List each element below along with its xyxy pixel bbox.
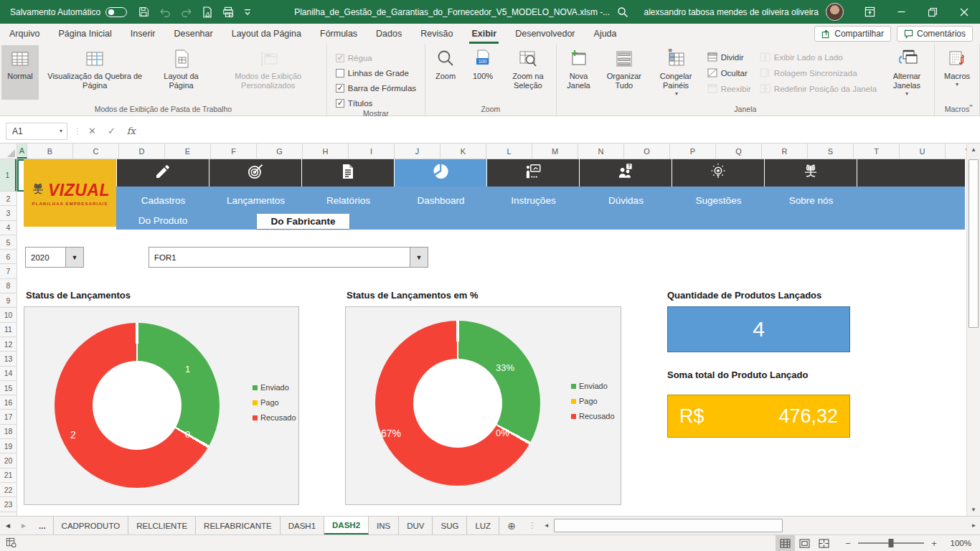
page-break-preview-button[interactable]: Visualização da Quebra de Página [39, 45, 151, 100]
cancel-entry-icon[interactable]: ✕ [88, 126, 96, 136]
row-header[interactable]: 1 [0, 159, 17, 192]
row-header[interactable]: 20 [0, 453, 17, 468]
row-header[interactable]: 21 [0, 468, 17, 483]
column-header[interactable]: I [349, 143, 395, 159]
ribbon-tab[interactable]: Inserir [121, 24, 165, 44]
autosave-toggle[interactable]: Salvamento Automático [10, 7, 127, 17]
chevron-down-icon[interactable]: ▼ [410, 248, 428, 267]
donut-chart-percent[interactable]: 33% 0% 67% [375, 321, 540, 486]
column-header[interactable]: V [946, 143, 966, 159]
account-name[interactable]: alexsandro tabosa mendes de oliveira oli… [644, 7, 819, 17]
scroll-right-icon[interactable]: ► [968, 522, 980, 529]
name-box[interactable]: A1 ▾ [6, 123, 67, 140]
column-header[interactable]: H [303, 143, 349, 159]
row-header[interactable]: 3 [0, 206, 17, 220]
column-header[interactable]: L [486, 143, 532, 159]
sheet-tab[interactable]: SUG [433, 517, 467, 534]
row-header[interactable]: 17 [0, 410, 17, 424]
macro-record-icon[interactable] [6, 537, 17, 549]
column-header[interactable]: D [119, 143, 165, 159]
column-header[interactable]: T [854, 143, 900, 159]
sheet-tab[interactable]: CADPRODUTO [54, 517, 129, 534]
column-header[interactable]: P [670, 143, 716, 159]
nav-dashboard[interactable]: Dashboard [395, 159, 487, 214]
nav-duvidas[interactable]: ? Dúvidas [580, 159, 672, 214]
new-window-button[interactable]: Nova Janela [558, 45, 600, 100]
row-header[interactable]: 8 [0, 279, 17, 293]
ribbon-tab[interactable]: Layout da Página [222, 24, 311, 44]
column-header[interactable]: R [762, 143, 808, 159]
freeze-panes-button[interactable]: * Congelar Painéis [649, 45, 702, 100]
nav-cadastros[interactable]: Cadastros [117, 159, 209, 214]
zoom-slider-thumb[interactable] [889, 539, 894, 547]
column-header[interactable]: N [578, 143, 624, 159]
sheet-tab[interactable]: DASH2 [324, 517, 369, 534]
column-header[interactable]: C [73, 143, 119, 159]
confirm-entry-icon[interactable]: ✓ [108, 126, 116, 136]
sheet-nav-right-icon[interactable]: ► [16, 517, 32, 534]
ribbon-tab[interactable]: Revisão [411, 24, 462, 44]
share-button[interactable]: Compartilhar [814, 26, 891, 42]
row-header[interactable]: 11 [0, 323, 17, 337]
sheet-tab[interactable]: DASH1 [281, 517, 324, 534]
sheet-tab[interactable]: DUV [399, 517, 433, 534]
column-header[interactable]: E [165, 143, 211, 159]
insert-function-icon[interactable]: fx [127, 126, 136, 136]
column-header[interactable]: B [27, 143, 73, 159]
sheet-tab[interactable]: INS [369, 517, 399, 534]
new-sheet-button[interactable]: ⊕ [499, 517, 524, 534]
row-header[interactable]: 18 [0, 425, 17, 439]
collapse-ribbon-icon[interactable]: ⌃ [968, 103, 974, 113]
horizontal-scrollbar[interactable]: ◄ ► [540, 517, 980, 534]
sheet-nav-left-icon[interactable]: ◄ [0, 517, 16, 534]
row-header[interactable]: 22 [0, 483, 17, 497]
row-header[interactable]: 12 [0, 337, 17, 352]
sheet-tab[interactable]: RELFABRICANTE [196, 517, 281, 534]
hide-button[interactable]: Ocultar [707, 67, 751, 80]
row-header[interactable]: 19 [0, 439, 17, 453]
sheet-tab[interactable]: LUZ [467, 517, 499, 534]
column-header[interactable]: S [808, 143, 854, 159]
zoom-in-icon[interactable]: + [930, 538, 938, 549]
row-header[interactable]: 13 [0, 352, 17, 366]
nav-sugestoes[interactable]: Sugestões [672, 159, 765, 214]
chevron-down-icon[interactable]: ▼ [65, 248, 83, 267]
print-icon[interactable] [222, 6, 234, 18]
horizontal-scroll-thumb[interactable] [554, 519, 782, 532]
donut-chart-counts[interactable]: 1 0 2 [55, 323, 220, 488]
column-header[interactable]: F [211, 143, 257, 159]
row-header[interactable]: 4 [0, 221, 17, 235]
vertical-scrollbar[interactable]: ▲ ▼ [966, 143, 980, 516]
arrange-all-button[interactable]: Organizar Tudo [599, 45, 649, 100]
normal-view-shortcut-icon[interactable] [776, 535, 795, 551]
nav-relatorios[interactable]: Relatórios [302, 159, 395, 214]
ribbon-tab[interactable]: Desenvolvedor [506, 24, 584, 44]
row-header[interactable]: 5 [0, 235, 17, 250]
row-header[interactable]: 16 [0, 395, 17, 410]
ribbon-tab[interactable]: Ajuda [585, 24, 626, 44]
ribbon-tab[interactable]: Fórmulas [311, 24, 367, 44]
nav-sobre-nos[interactable]: Sobre nós [765, 159, 857, 214]
row-header[interactable]: 23 [0, 497, 17, 512]
zoom-to-selection-button[interactable]: Zoom na Seleção [501, 45, 555, 100]
ribbon-tab[interactable]: Página Inicial [49, 24, 121, 44]
ribbon-display-options-icon[interactable] [854, 0, 885, 24]
zoom-slider[interactable] [858, 542, 924, 544]
scroll-up-icon[interactable]: ▲ [967, 143, 980, 156]
zoom-button[interactable]: Zoom [427, 45, 464, 100]
ribbon-tab[interactable]: Desenhar [164, 24, 222, 44]
show-checkbox[interactable]: Barra de Fórmulas [336, 84, 416, 93]
zoom-level[interactable]: 100% [944, 539, 971, 547]
close-button[interactable] [948, 0, 980, 24]
select-all-corner[interactable] [0, 143, 17, 159]
toggle-off-icon[interactable] [105, 7, 127, 17]
scroll-left-icon[interactable]: ◄ [540, 522, 552, 529]
page-break-shortcut-icon[interactable] [814, 535, 834, 551]
minimize-button[interactable] [885, 0, 917, 24]
normal-view-button[interactable]: Normal [1, 45, 39, 100]
column-header[interactable]: G [257, 143, 303, 159]
save-icon[interactable] [138, 6, 149, 17]
row-header[interactable]: 14 [0, 367, 17, 381]
search-icon[interactable] [608, 6, 637, 18]
row-header[interactable]: 9 [0, 293, 17, 308]
